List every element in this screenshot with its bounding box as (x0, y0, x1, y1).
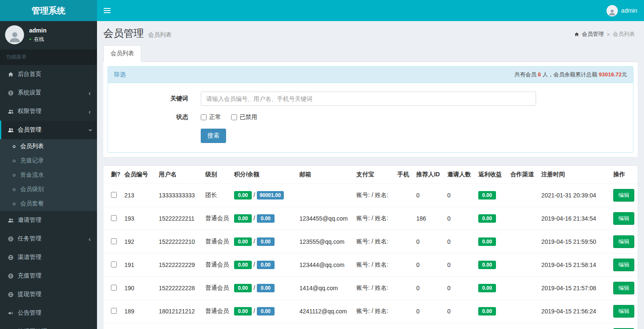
table-row: 192 15222222210 普通会员 0.00/0.00 123555@qq… (103, 230, 638, 253)
row-select-checkbox[interactable] (111, 262, 117, 267)
reg-time-cell: 2019-04-15 21:56:24 (538, 300, 610, 323)
status-option-disabled[interactable]: 已禁用 (231, 113, 257, 121)
username-cell: 15222222210 (155, 230, 202, 253)
channel-cell (507, 184, 538, 207)
rebate-cell: 0.00 (475, 323, 507, 329)
sidebar-item-carousel[interactable]: 轮播图管理 (0, 322, 97, 329)
app-logo[interactable]: 管理系统 (0, 0, 97, 21)
balance-badge: 0.00 (257, 214, 275, 223)
edit-button[interactable]: 编辑 (613, 305, 634, 318)
sidebar-item-recharge[interactable]: 充值管理 (0, 267, 97, 285)
sidebar-user-panel: admin ● 在线 (0, 21, 97, 49)
home-icon (8, 71, 14, 78)
row-select-checkbox[interactable] (111, 238, 117, 244)
sidebar-item-permissions[interactable]: 权限管理 ‹ (0, 102, 97, 121)
referrer-id-cell: 0 (413, 300, 444, 323)
status-checkbox-disabled[interactable] (231, 114, 237, 120)
tab-content: 筛选 共有会员 8 人，会员余额累计总额 93016.72元 关键词 状态 (103, 62, 638, 157)
row-select-checkbox[interactable] (111, 215, 117, 221)
circle-icon (12, 173, 16, 178)
app-title: 管理系统 (32, 5, 65, 16)
level-cell: 普通会员 (202, 323, 231, 329)
points-balance-cell: 0.00/0.00 (231, 207, 296, 230)
rebate-cell: 0.00 (475, 207, 507, 230)
referrer-id-cell: 0 (413, 184, 444, 207)
sidebar-item-dashboard[interactable]: 后台首页 (0, 65, 97, 84)
phone-cell (394, 300, 413, 323)
reg-time-cell: 2021-01-31 20:39:04 (538, 184, 610, 207)
level-cell: 普通会员 (202, 277, 231, 300)
invite-count-cell: 0 (444, 277, 475, 300)
members-submenu: 会员列表 充值记录 资金流水 会员级别 会员套餐 (0, 139, 97, 211)
rebate-badge: 0.00 (478, 307, 496, 316)
chevron-left-icon: ‹ (89, 90, 91, 96)
col-phone: 手机 (394, 166, 413, 184)
sidebar-item-system-settings[interactable]: 系统设置 ‹ (0, 84, 97, 102)
sidebar: admin ● 在线 功能菜单 后台首页 系统设置 ‹ 权限管理 ‹ 会员管理 … (0, 21, 97, 329)
edit-button[interactable]: 编辑 (613, 212, 634, 225)
table-row: 188 15222222227 普通会员 0.00/0.00 123456@qq… (103, 323, 638, 329)
sidebar-item-invites[interactable]: 邀请管理 (0, 211, 97, 229)
alipay-cell: 账号: / 姓名: (353, 230, 394, 253)
globe-icon (8, 254, 14, 261)
table-header-row: 删? 会员编号 用户名 级别 积分/余额 邮箱 支付宝 手机 推荐人ID 邀请人… (103, 166, 638, 184)
reg-time-cell: 2019-04-15 21:58:14 (538, 253, 610, 277)
email-cell: 1234455@qq.com (296, 207, 353, 230)
level-cell: 普通会员 (202, 253, 231, 277)
member-summary: 共有会员 8 人，会员余额累计总额 93016.72元 (515, 71, 627, 78)
sidebar-subitem-member-package[interactable]: 会员套餐 (0, 197, 97, 211)
username-cell: 18012121212 (155, 300, 202, 323)
sidebar-item-members[interactable]: 会员管理 ‹ (0, 121, 97, 139)
status-option-normal[interactable]: 正常 (201, 113, 221, 121)
content: 会员列表 筛选 共有会员 8 人，会员余额累计总额 93016.72元 关键词 (97, 40, 644, 329)
username-cell: 13333333333 (155, 184, 202, 207)
filter-panel-body: 关键词 状态 正常 已禁用 (108, 83, 633, 152)
hamburger-icon (104, 10, 110, 11)
tab-bar: 会员列表 (103, 45, 638, 62)
breadcrumb-parent[interactable]: 会员管理 (574, 30, 604, 38)
chevron-left-icon: ‹ (89, 108, 91, 115)
member-id-cell: 192 (121, 230, 155, 253)
sidebar-item-tasks[interactable]: 任务管理 ‹ (0, 229, 97, 248)
table-row: 193 15222222211 普通会员 0.00/0.00 1234455@q… (103, 207, 638, 230)
sidebar-subitem-member-list[interactable]: 会员列表 (0, 139, 97, 154)
rebate-cell: 0.00 (475, 277, 507, 300)
alipay-cell: 账号: / 姓名: (353, 184, 394, 207)
row-select-checkbox[interactable] (111, 308, 117, 314)
reg-time-cell: 2019-04-16 21:34:54 (538, 207, 610, 230)
user-menu[interactable]: admin (600, 0, 644, 21)
sidebar-item-channels[interactable]: 渠道管理 (0, 248, 97, 267)
invite-count-cell: 0 (444, 253, 475, 277)
phone-cell (394, 184, 413, 207)
phone-cell (394, 277, 413, 300)
email-cell: 1414@qq.com (296, 277, 353, 300)
status-checkbox-normal[interactable] (201, 114, 207, 120)
search-button[interactable]: 搜索 (201, 129, 226, 143)
sidebar-avatar-icon (5, 25, 24, 44)
sidebar-item-withdrawals[interactable]: 提现管理 (0, 285, 97, 304)
points-badge: 0.00 (234, 261, 252, 269)
referrer-id-cell: 0 (413, 277, 444, 300)
balance-badge: 0.00 (257, 307, 275, 316)
edit-button[interactable]: 编辑 (613, 189, 634, 202)
edit-button[interactable]: 编辑 (613, 235, 634, 248)
edit-button[interactable]: 编辑 (613, 282, 634, 294)
sidebar-subitem-fund-flow[interactable]: 资金流水 (0, 168, 97, 182)
sidebar-item-announcements[interactable]: 公告管理 (0, 304, 97, 322)
row-select-checkbox[interactable] (111, 192, 117, 198)
alipay-cell: 账号: / 姓名: (353, 277, 394, 300)
sidebar-subitem-recharge-records[interactable]: 充值记录 (0, 154, 97, 168)
keyword-input[interactable] (201, 92, 536, 106)
points-balance-cell: 0.00/0.00 (231, 277, 296, 300)
tab-member-list[interactable]: 会员列表 (103, 45, 141, 62)
row-select-checkbox[interactable] (111, 285, 117, 291)
invite-count-cell: 0 (444, 300, 475, 323)
points-balance-cell: 0.00/0.00 (231, 300, 296, 323)
filter-title[interactable]: 筛选 (114, 71, 126, 78)
sidebar-subitem-member-level[interactable]: 会员级别 (0, 182, 97, 197)
member-count: 8 (538, 71, 541, 78)
sidebar-toggle-button[interactable] (97, 3, 117, 18)
member-id-cell: 213 (121, 184, 155, 207)
edit-button[interactable]: 编辑 (613, 259, 634, 271)
level-cell: 团长 (202, 184, 231, 207)
